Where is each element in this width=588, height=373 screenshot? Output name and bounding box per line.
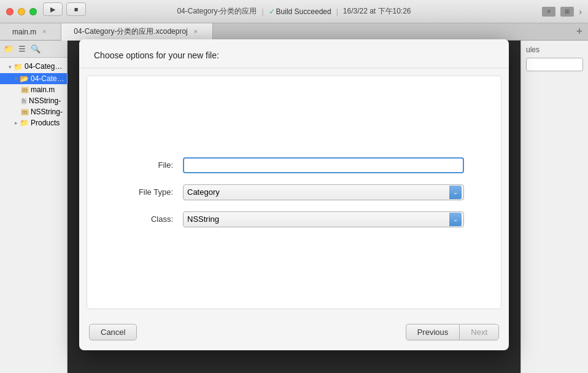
file-type-select[interactable]: Category Extension Protocol	[183, 184, 464, 200]
file-type-select-wrapper: Category Extension Protocol ⌄	[183, 184, 464, 200]
file-type-row: File Type: Category Extension Protocol ⌄	[124, 184, 464, 200]
modal-dialog: Choose options for your new file: File: …	[79, 39, 509, 350]
nav-buttons: Previous Next	[406, 324, 499, 340]
tree-main-m[interactable]: m main.m	[0, 84, 67, 95]
checkmark-icon: ✓	[269, 7, 275, 16]
tree-root-label: 04-Category-分	[25, 61, 64, 72]
close-button[interactable]	[6, 8, 14, 15]
file-input[interactable]	[183, 157, 464, 173]
tab-main-m[interactable]: main.m ×	[0, 23, 61, 40]
sidebar: 📁 ☰ 🔍 ▾ 📁 04-Category-分 ▾ 📂 04-Category …	[0, 41, 68, 373]
title-separator-2: |	[336, 7, 338, 16]
file-row: File:	[124, 157, 464, 173]
tree-group-chevron-icon: ▾	[15, 76, 18, 82]
tree-nsstring-h-label: NSString-	[29, 96, 61, 105]
tab-main-m-label: main.m	[12, 28, 36, 36]
tree-file-m2-icon: m	[21, 109, 29, 116]
build-status: ✓Build Succeeded	[269, 7, 331, 16]
sidebar-list-icon[interactable]: ☰	[18, 44, 26, 53]
tree-products-label: Products	[31, 119, 60, 127]
tree-nsstring-m[interactable]: m NSString-	[0, 106, 67, 117]
class-select[interactable]: NSString NSArray NSDictionary NSObject	[183, 211, 464, 227]
tree-nsstring-m-label: NSString-	[31, 108, 63, 116]
tree-group[interactable]: ▾ 📂 04-Category	[0, 73, 67, 84]
tree-chevron-icon: ▾	[9, 64, 12, 70]
tab-xcodeproj-close[interactable]: ×	[191, 28, 200, 36]
next-button: Next	[459, 324, 499, 340]
cancel-button[interactable]: Cancel	[89, 324, 137, 340]
previous-button[interactable]: Previous	[406, 324, 460, 340]
tree-file-h-icon: h	[21, 98, 27, 104]
title-separator: |	[261, 7, 263, 16]
modal-footer: Cancel Previous Next	[79, 316, 509, 350]
tab-xcodeproj-label: 04-Category-分类的应用.xcodeproj	[74, 26, 187, 37]
modal-title: Choose options for your new file:	[94, 50, 219, 60]
toolbar: ▶ ■	[43, 2, 86, 16]
sidebar-search-icon[interactable]: 🔍	[31, 44, 41, 53]
tree-products[interactable]: ▸ 📁 Products	[0, 117, 67, 128]
right-panel: ules	[520, 41, 588, 373]
tab-main-m-close[interactable]: ×	[40, 28, 48, 36]
sidebar-toolbar: 📁 ☰ 🔍	[0, 41, 67, 58]
modal-header: Choose options for your new file:	[79, 39, 509, 68]
right-panel-search[interactable]	[526, 58, 583, 71]
class-row: Class: NSString NSArray NSDictionary NSO…	[124, 211, 464, 227]
tab-xcodeproj[interactable]: 04-Category-分类的应用.xcodeproj ×	[61, 23, 212, 41]
tree-group-label: 04-Category	[31, 74, 64, 83]
list-icon[interactable]: ≡	[542, 7, 555, 17]
minimize-button[interactable]	[18, 8, 25, 15]
main-layout: 📁 ☰ 🔍 ▾ 📁 04-Category-分 ▾ 📂 04-Category …	[0, 41, 588, 373]
project-title: 04-Category-分类的应用	[177, 6, 257, 17]
tabbar: main.m × 04-Category-分类的应用.xcodeproj × +	[0, 23, 588, 41]
split-icon[interactable]: ⊞	[560, 7, 574, 17]
file-tree: ▾ 📁 04-Category-分 ▾ 📂 04-Category m main…	[0, 58, 67, 131]
chevron-right-icon[interactable]: ›	[579, 7, 582, 17]
maximize-button[interactable]	[29, 8, 37, 15]
sidebar-folder-icon[interactable]: 📁	[4, 44, 14, 53]
tree-group-folder-icon: 📂	[20, 74, 29, 83]
build-time: 16/3/22 at 下午10:26	[343, 6, 411, 17]
modal-form: File: File Type: Category Extension Prot…	[124, 157, 464, 227]
stop-button[interactable]: ■	[66, 2, 86, 16]
class-label: Class:	[124, 214, 173, 224]
play-button[interactable]: ▶	[43, 2, 63, 16]
tree-root-folder-icon: 📁	[14, 63, 23, 71]
modal-overlay: Choose options for your new file: File: …	[68, 41, 520, 373]
tree-products-folder-icon: 📁	[20, 119, 29, 127]
window-controls	[0, 8, 37, 15]
titlebar-right: ≡ ⊞ ›	[542, 7, 582, 17]
file-type-label: File Type:	[124, 187, 173, 197]
tree-root[interactable]: ▾ 📁 04-Category-分	[0, 60, 67, 73]
add-tab-button[interactable]: +	[571, 23, 588, 40]
file-label: File:	[124, 160, 173, 170]
content-area: Choose options for your new file: File: …	[68, 41, 520, 373]
class-select-wrapper: NSString NSArray NSDictionary NSObject ⌄	[183, 211, 464, 227]
tree-nsstring-h[interactable]: h NSString-	[0, 95, 67, 106]
tree-main-m-label: main.m	[31, 85, 55, 94]
tree-file-m-icon: m	[21, 87, 29, 93]
tree-products-chevron-icon: ▸	[15, 120, 18, 126]
right-panel-label: ules	[526, 45, 583, 54]
titlebar-center: 04-Category-分类的应用 | ✓Build Succeeded | 1…	[177, 6, 411, 17]
modal-body: File: File Type: Category Extension Prot…	[87, 76, 501, 309]
titlebar: ▶ ■ 04-Category-分类的应用 | ✓Build Succeeded…	[0, 0, 588, 23]
